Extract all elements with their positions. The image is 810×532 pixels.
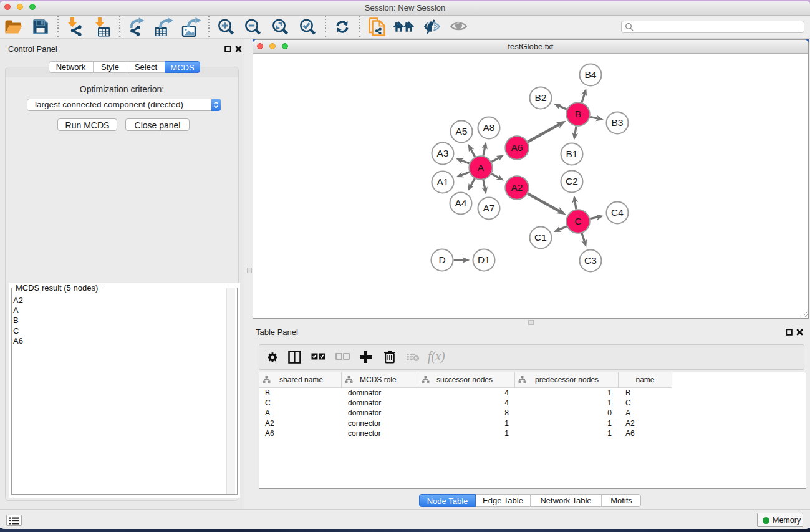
svg-text:A: A (478, 162, 485, 173)
svg-text:A1: A1 (437, 177, 449, 187)
svg-text:C: C (574, 216, 581, 226)
svg-text:A3: A3 (437, 148, 449, 158)
svg-text:D1: D1 (478, 254, 490, 265)
svg-text:A4: A4 (455, 198, 467, 208)
svg-text:B1: B1 (566, 148, 578, 159)
svg-text:A2: A2 (511, 182, 523, 193)
svg-text:A6: A6 (511, 142, 523, 153)
svg-text:B4: B4 (585, 69, 597, 80)
svg-text:A8: A8 (483, 122, 495, 133)
svg-text:A7: A7 (483, 203, 495, 213)
svg-text:C4: C4 (611, 207, 624, 218)
svg-text:B2: B2 (535, 92, 547, 103)
svg-text:C2: C2 (566, 176, 578, 186)
svg-text:B3: B3 (612, 117, 624, 128)
svg-text:C1: C1 (534, 232, 547, 243)
svg-text:B: B (575, 109, 581, 119)
svg-text:A5: A5 (456, 126, 468, 137)
svg-text:D: D (438, 254, 445, 265)
svg-text:C3: C3 (584, 255, 597, 266)
